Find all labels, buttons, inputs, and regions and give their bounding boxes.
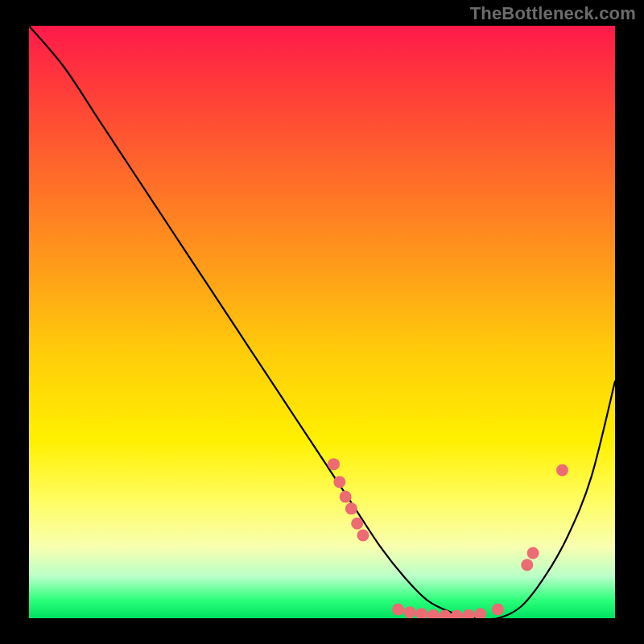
highlight-point [345,502,357,514]
highlight-point [340,491,352,503]
highlight-point [328,458,340,470]
highlight-point [333,476,345,488]
highlight-point [527,547,539,559]
bottleneck-curve-svg [29,26,615,618]
highlight-point [463,609,475,618]
highlight-point [492,603,504,615]
chart-frame: TheBottleneck.com [0,0,644,644]
highlight-point [427,609,440,618]
highlight-point [521,559,533,571]
highlight-point [404,606,416,618]
plot-area [29,26,615,618]
attribution-label: TheBottleneck.com [470,3,636,24]
highlight-point [351,518,363,530]
bottleneck-curve-line [29,26,615,618]
highlight-point [474,608,486,618]
highlight-point [556,464,568,477]
highlight-point [392,603,404,615]
highlight-point [415,608,427,618]
highlight-point [451,610,463,618]
highlight-point [357,529,369,541]
